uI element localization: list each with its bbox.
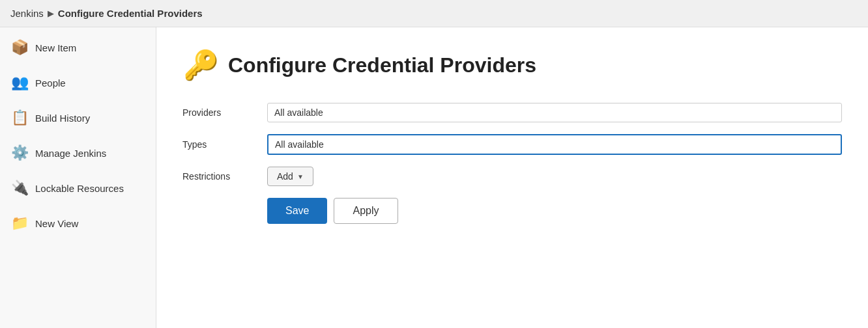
- breadcrumb-current: Configure Credential Providers: [58, 8, 203, 19]
- breadcrumb-bar: Jenkins ▶ Configure Credential Providers: [0, 0, 868, 27]
- sidebar-label-build-history: Build History: [35, 113, 90, 124]
- providers-row: Providers All available: [182, 103, 842, 122]
- new-item-icon: 📦: [10, 38, 29, 57]
- types-select[interactable]: All available: [267, 134, 842, 155]
- types-row: Types All available: [182, 134, 842, 155]
- sidebar-item-build-history[interactable]: 📋 Build History: [0, 100, 156, 135]
- page-header: 🔑 Configure Credential Providers: [182, 47, 842, 83]
- sidebar-item-manage-jenkins[interactable]: ⚙️ Manage Jenkins: [0, 135, 156, 171]
- action-buttons: Save Apply: [182, 198, 842, 224]
- sidebar-label-new-item: New Item: [35, 42, 76, 53]
- content-area: 🔑 Configure Credential Providers Provide…: [156, 27, 868, 328]
- page-title-icon: 🔑: [182, 47, 219, 83]
- sidebar-label-manage-jenkins: Manage Jenkins: [35, 148, 106, 159]
- form-body: Providers All available Types All availa…: [182, 103, 842, 186]
- main-layout: 📦 New Item 👥 People 📋 Build History ⚙️ M…: [0, 27, 868, 328]
- new-view-icon: 📁: [10, 214, 29, 232]
- providers-control: All available: [267, 103, 842, 122]
- restrictions-control: Add ▼: [267, 167, 842, 186]
- manage-jenkins-icon: ⚙️: [10, 144, 29, 162]
- build-history-icon: 📋: [10, 109, 29, 127]
- sidebar-item-new-view[interactable]: 📁 New View: [0, 206, 156, 241]
- sidebar-item-new-item[interactable]: 📦 New Item: [0, 30, 156, 65]
- restrictions-label: Restrictions: [182, 171, 267, 182]
- providers-select[interactable]: All available: [267, 103, 842, 122]
- people-icon: 👥: [10, 74, 29, 92]
- lockable-resources-icon: 🔌: [10, 179, 29, 197]
- sidebar-label-people: People: [35, 77, 66, 89]
- types-label: Types: [182, 139, 267, 150]
- breadcrumb-separator: ▶: [48, 8, 54, 18]
- apply-button[interactable]: Apply: [334, 198, 398, 224]
- chevron-down-icon: ▼: [297, 173, 304, 180]
- providers-label: Providers: [182, 107, 267, 118]
- breadcrumb-home[interactable]: Jenkins: [10, 8, 44, 19]
- sidebar-label-lockable-resources: Lockable Resources: [35, 183, 124, 194]
- add-button-label: Add: [277, 171, 293, 182]
- sidebar-label-new-view: New View: [35, 218, 78, 229]
- sidebar-item-people[interactable]: 👥 People: [0, 65, 156, 100]
- save-button[interactable]: Save: [267, 198, 327, 224]
- add-button[interactable]: Add ▼: [267, 167, 313, 186]
- types-control: All available: [267, 134, 842, 155]
- sidebar-item-lockable-resources[interactable]: 🔌 Lockable Resources: [0, 171, 156, 206]
- restrictions-row: Restrictions Add ▼: [182, 167, 842, 186]
- sidebar: 📦 New Item 👥 People 📋 Build History ⚙️ M…: [0, 27, 156, 328]
- page-title: Configure Credential Providers: [228, 53, 536, 77]
